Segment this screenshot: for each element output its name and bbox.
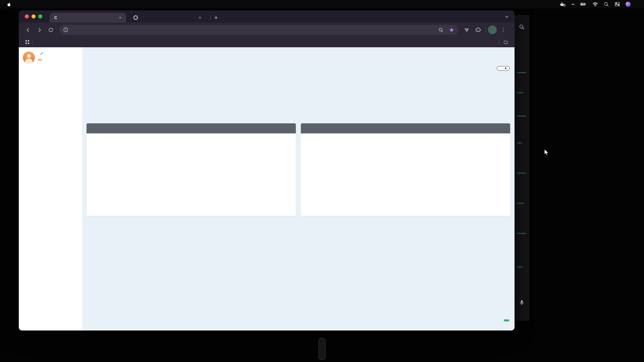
- toolbar-separator: [486, 27, 486, 33]
- battery-icon[interactable]: [580, 1, 587, 7]
- apple-logo-icon[interactable]: [7, 2, 11, 7]
- microphone-icon: [519, 299, 525, 306]
- bookmarks-separator: [32, 40, 33, 45]
- close-tab-icon[interactable]: ×: [117, 15, 123, 20]
- siri-icon[interactable]: [626, 2, 631, 7]
- spotlight-icon[interactable]: [603, 1, 609, 7]
- browser-toolbar: ★ ⋮: [19, 22, 515, 37]
- dock: [318, 338, 326, 360]
- folder-icon: [503, 40, 508, 45]
- tab-chatgpt[interactable]: ×: [129, 13, 206, 22]
- chatgpt-favicon: [133, 15, 138, 20]
- summary-cards-row: [87, 80, 510, 114]
- window-controls: [25, 14, 42, 18]
- menu-bar: [0, 0, 644, 8]
- profile-avatar[interactable]: [488, 25, 497, 34]
- vue-devtools-icon[interactable]: [462, 25, 471, 34]
- new-tab-button[interactable]: +: [214, 14, 218, 21]
- mid-cards-row: [87, 222, 510, 265]
- bookmarks-separator-2: [499, 40, 499, 45]
- extensions-icon[interactable]: [474, 25, 482, 34]
- apps-grid-icon[interactable]: [23, 38, 32, 47]
- minimize-window-button[interactable]: [32, 14, 36, 18]
- month-filter: ▼: [495, 66, 510, 71]
- close-window-button[interactable]: [25, 14, 29, 18]
- sales-chart-panel: [301, 123, 510, 216]
- tab-credit[interactable]: C ×: [50, 13, 126, 22]
- input-source-badge[interactable]: [572, 4, 574, 5]
- wifi-icon[interactable]: [592, 1, 598, 7]
- tab-search-button[interactable]: [504, 14, 510, 20]
- bottom-cards-row: [87, 271, 510, 314]
- background-window-edge[interactable]: [515, 15, 529, 321]
- control-center-icon[interactable]: [614, 1, 620, 7]
- store-badge: [38, 59, 42, 61]
- bookmark-star-icon[interactable]: ★: [448, 26, 455, 33]
- address-bar[interactable]: ★: [59, 25, 458, 35]
- panels-row: [87, 123, 510, 216]
- month-select[interactable]: ▼: [497, 66, 510, 71]
- chevron-down-icon: ▼: [504, 67, 507, 70]
- close-tab-icon[interactable]: ×: [197, 15, 203, 20]
- reload-button[interactable]: [46, 25, 55, 34]
- sales-chart-body: [301, 133, 510, 216]
- credit-favicon: C: [53, 15, 58, 20]
- back-button[interactable]: [23, 25, 32, 34]
- tab-separator: [211, 15, 211, 20]
- sales-chart-title: [301, 123, 510, 133]
- desktop: C × × + ★: [0, 0, 644, 362]
- search-tabs-icon[interactable]: [437, 26, 444, 33]
- payments-panel-title: [87, 123, 296, 133]
- payments-rows: [87, 133, 296, 216]
- bookmarks-bar: [19, 37, 515, 47]
- edit-pencil-icon[interactable]: [40, 52, 44, 55]
- search-icon: [519, 24, 525, 30]
- avatar[interactable]: [23, 52, 35, 64]
- sales-line-chart: [303, 139, 507, 215]
- chrome-window: C × × + ★: [19, 10, 515, 330]
- sidebar: [19, 47, 82, 330]
- mouse-cursor: [544, 149, 550, 156]
- menubar-status: [559, 1, 639, 7]
- chrome-menu-icon[interactable]: ⋮: [499, 25, 507, 34]
- zoom-window-button[interactable]: [38, 14, 42, 18]
- all-bookmarks-button[interactable]: [503, 40, 511, 45]
- environment-badge: [504, 319, 509, 321]
- docker-menubar-icon[interactable]: [559, 1, 566, 7]
- forward-button[interactable]: [35, 25, 44, 34]
- main-content: ▼: [82, 47, 515, 330]
- dashboard-page: ▼: [19, 47, 515, 330]
- payments-panel: [87, 123, 296, 216]
- user-profile: [19, 47, 82, 66]
- tab-strip: C × × +: [19, 10, 515, 22]
- site-info-icon[interactable]: [63, 27, 68, 33]
